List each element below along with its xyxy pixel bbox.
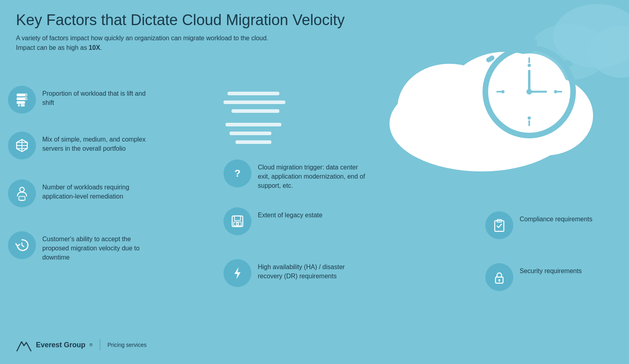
svg-rect-30 [235,140,271,144]
factor-text-migration-trigger: Cloud migration trigger: data center exi… [258,159,370,191]
factor-icon-lift-shift [8,86,36,114]
factor-icon-security [485,263,513,291]
svg-rect-27 [231,109,279,113]
factor-downtime: Customer's ability to accept the propose… [8,231,192,262]
factor-legacy-estate: Extent of legacy estate [224,207,375,235]
everest-group-logo-icon [16,338,32,352]
svg-point-22 [528,116,531,120]
svg-point-58 [498,279,500,281]
svg-rect-36 [18,104,20,106]
svg-point-21 [528,64,531,67]
svg-rect-51 [234,216,240,220]
cloud-stopwatch-visual [378,12,609,173]
speed-lines [224,88,295,153]
footer-divider [100,339,100,350]
factor-text-app-remediation: Number of workloads requiring applicatio… [42,179,154,201]
factor-compliance: Compliance requirements [485,211,613,239]
factor-icon-migration-trigger: ? [224,159,251,187]
svg-rect-33 [17,101,25,104]
svg-point-35 [26,98,27,100]
factor-text-compliance: Compliance requirements [520,211,592,224]
svg-point-23 [501,90,504,93]
factor-server-mix: Mix of simple, medium, and complex serve… [8,132,192,159]
factor-text-server-mix: Mix of simple, medium, and complex serve… [42,132,154,153]
svg-rect-25 [227,92,279,95]
svg-rect-44 [19,197,25,201]
factor-migration-trigger: ? Cloud migration trigger: data center e… [224,159,375,191]
svg-point-53 [236,223,239,225]
factor-text-legacy-estate: Extent of legacy estate [258,207,322,220]
factor-text-lift-shift: Proportion of workload that is lift and … [42,86,154,107]
subtitle: A variety of factors impact how quickly … [16,33,295,53]
factor-app-remediation: Number of workloads requiring applicatio… [8,179,192,207]
footer-sub-text: Pricing services [107,342,146,348]
svg-text:?: ? [234,168,240,179]
svg-line-48 [22,245,24,247]
svg-rect-11 [521,39,537,46]
svg-point-34 [26,94,27,96]
factor-lift-shift: Proportion of workload that is lift and … [8,86,192,114]
footer-logo-text: Everest Group [36,341,85,349]
factor-text-security: Security requirements [520,263,582,275]
svg-point-24 [554,90,557,93]
svg-point-7 [398,88,477,159]
factor-text-ha-dr: High availability (HA) / disaster recove… [258,259,370,281]
svg-rect-37 [21,104,25,106]
factor-icon-downtime [8,231,36,259]
factor-icon-ha-dr [224,259,251,287]
footer: Everest Group ® Pricing services [16,338,146,352]
svg-point-43 [20,187,24,192]
svg-rect-29 [229,132,271,135]
factor-text-downtime: Customer's ability to accept the propose… [42,231,154,262]
factor-icon-server-mix [8,132,36,159]
svg-marker-54 [234,267,240,279]
footer-logo-super: ® [89,342,93,347]
main-container: Key Factors that Dictate Cloud Migration… [0,0,629,364]
factor-icon-legacy-estate [224,207,251,235]
factor-security: Security requirements [485,263,613,291]
factor-icon-compliance [485,211,513,239]
svg-rect-28 [225,123,281,126]
factor-icon-app-remediation [8,179,36,207]
svg-rect-26 [224,100,285,104]
factor-ha-dr: High availability (HA) / disaster recove… [224,259,375,287]
svg-point-20 [526,89,532,94]
